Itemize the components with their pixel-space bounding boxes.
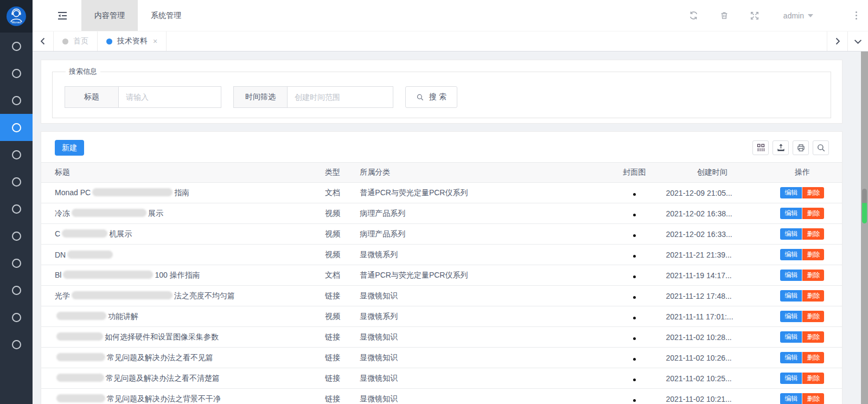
top-menu-2[interactable]: 系统管理 xyxy=(138,0,194,31)
page-tab-2[interactable]: 技术资料× xyxy=(98,31,167,51)
delete-button[interactable]: 删除 xyxy=(802,270,824,281)
create-button[interactable]: 新建 xyxy=(55,140,84,156)
sidebar-item-8[interactable] xyxy=(0,222,33,249)
cell-type: 链接 xyxy=(325,389,360,404)
sidebar-item-5[interactable] xyxy=(0,141,33,168)
edit-button[interactable]: 编辑 xyxy=(780,352,802,363)
edit-button[interactable]: 编辑 xyxy=(780,311,802,322)
edit-button[interactable]: 编辑 xyxy=(780,187,802,198)
table-toolbar: 新建 xyxy=(41,136,842,162)
cell-cover xyxy=(607,245,662,265)
edit-button[interactable]: 编辑 xyxy=(780,249,802,260)
chevron-left-icon[interactable] xyxy=(33,31,53,51)
redacted-text xyxy=(56,332,103,341)
edit-button[interactable]: 编辑 xyxy=(780,393,802,404)
table-panel: 新建 xyxy=(41,131,843,404)
user-menu[interactable]: admin xyxy=(783,11,813,20)
delete-button[interactable]: 删除 xyxy=(802,311,824,322)
cell-actions: 编辑删除 xyxy=(763,224,842,245)
cell-title: DN xyxy=(41,245,325,265)
vertical-scrollbar-track[interactable] xyxy=(861,52,868,404)
cell-category: 显微镜知识 xyxy=(360,286,607,306)
tab-dot-icon xyxy=(62,39,68,44)
main-content: 搜索信息 标题 时间筛选 搜 索 新建 xyxy=(33,52,868,404)
trash-icon[interactable] xyxy=(718,10,730,22)
cell-title: 常见问题及解决办法之背景不干净 xyxy=(41,389,325,404)
cell-type: 文档 xyxy=(325,183,360,203)
cell-type: 链接 xyxy=(325,286,360,306)
edit-button[interactable]: 编辑 xyxy=(780,373,802,384)
delete-button[interactable]: 删除 xyxy=(802,393,824,404)
delete-button[interactable]: 删除 xyxy=(802,331,824,343)
cell-title: 如何选择硬件和设置图像采集参数 xyxy=(41,327,325,348)
cell-title: 冷冻展示 xyxy=(41,203,325,224)
vertical-scrollbar-thumb[interactable] xyxy=(862,189,867,223)
search-icon xyxy=(416,93,424,101)
page-tab-1[interactable]: 首页 xyxy=(54,31,98,51)
printer-icon[interactable] xyxy=(793,140,809,155)
time-range-input[interactable] xyxy=(287,86,393,108)
redacted-text xyxy=(56,353,105,361)
sidebar-item-12[interactable] xyxy=(0,331,33,358)
table-row: 常见问题及解决办法之看不见篇链接显微镜知识2021-11-02 10:26...… xyxy=(41,348,842,368)
sidebar-item-3[interactable] xyxy=(0,87,33,114)
delete-button[interactable]: 删除 xyxy=(802,249,824,260)
sidebar-item-9[interactable] xyxy=(0,249,33,277)
edit-button[interactable]: 编辑 xyxy=(780,270,802,281)
delete-button[interactable]: 删除 xyxy=(802,208,824,219)
cover-image-dot xyxy=(633,358,636,361)
search-button[interactable]: 搜 索 xyxy=(405,86,457,108)
delete-button[interactable]: 删除 xyxy=(802,352,824,363)
refresh-icon[interactable] xyxy=(688,10,700,22)
top-menu-1[interactable]: 内容管理 xyxy=(81,0,138,31)
collapse-sidebar-icon[interactable] xyxy=(54,8,71,24)
edit-button[interactable]: 编辑 xyxy=(780,208,802,219)
sidebar-item-11[interactable] xyxy=(0,304,33,331)
cell-cover xyxy=(607,224,662,245)
chevron-right-icon[interactable] xyxy=(827,31,847,51)
cell-actions: 编辑删除 xyxy=(763,389,842,404)
cell-title: 常见问题及解决办法之看不清楚篇 xyxy=(41,368,325,389)
redacted-text xyxy=(67,251,113,259)
cover-image-dot xyxy=(633,337,636,340)
edit-button[interactable]: 编辑 xyxy=(780,228,802,240)
column-header-3: 所属分类 xyxy=(360,163,607,183)
cell-actions: 编辑删除 xyxy=(763,183,842,203)
kebab-menu-icon[interactable] xyxy=(856,11,857,20)
sidebar-item-7[interactable] xyxy=(0,195,33,222)
header-actions: admin xyxy=(688,10,860,22)
sidebar-item-2[interactable] xyxy=(0,60,33,87)
redacted-text xyxy=(56,312,106,320)
circle-icon xyxy=(12,313,21,322)
columns-icon[interactable] xyxy=(752,140,769,155)
delete-button[interactable]: 删除 xyxy=(802,187,824,198)
circle-icon xyxy=(12,96,21,105)
cell-title: Bl100 操作指南 xyxy=(41,265,325,286)
cell-created-time: 2021-11-02 10:26... xyxy=(662,348,763,368)
delete-button[interactable]: 删除 xyxy=(802,373,824,384)
edit-button[interactable]: 编辑 xyxy=(780,290,802,302)
title-filter-label: 标题 xyxy=(65,86,118,108)
sidebar-item-6[interactable] xyxy=(0,168,33,195)
fullscreen-icon[interactable] xyxy=(749,10,761,22)
cell-created-time: 2021-11-02 10:28... xyxy=(662,327,763,348)
delete-button[interactable]: 删除 xyxy=(802,228,824,240)
delete-button[interactable]: 删除 xyxy=(802,290,824,302)
cell-title: 功能讲解 xyxy=(41,306,325,327)
sidebar-item-1[interactable] xyxy=(0,33,33,60)
close-icon[interactable]: × xyxy=(153,37,157,45)
export-icon[interactable] xyxy=(773,140,789,155)
cell-created-time: 2021-12-09 21:05... xyxy=(662,183,763,203)
edit-button[interactable]: 编辑 xyxy=(780,331,802,343)
cell-actions: 编辑删除 xyxy=(763,368,842,389)
cover-image-dot xyxy=(633,275,636,278)
title-filter-input[interactable] xyxy=(118,86,221,108)
zoom-icon[interactable] xyxy=(813,140,829,155)
chevron-down-icon[interactable] xyxy=(847,31,868,51)
table-row: 常见问题及解决办法之看不清楚篇链接显微镜知识2021-11-02 10:25..… xyxy=(41,368,842,389)
table-row: 功能讲解视频显微镜系列2021-11-11 17:01:...编辑删除 xyxy=(41,306,842,327)
sidebar-item-10[interactable] xyxy=(0,277,33,304)
circle-icon xyxy=(12,69,21,78)
column-header-2: 类型 xyxy=(325,163,360,183)
sidebar-item-4[interactable] xyxy=(0,114,33,141)
